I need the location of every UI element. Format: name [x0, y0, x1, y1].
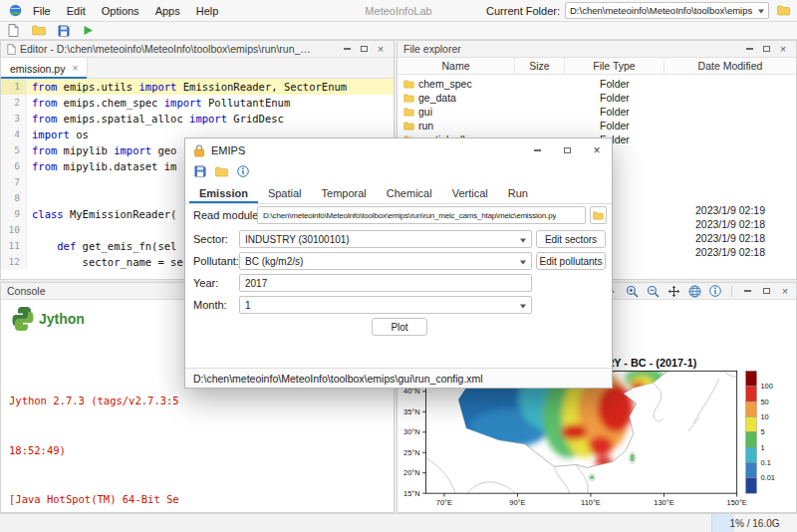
current-folder-select[interactable]: D:\chen\meteoinfo\MeteoInfo\toolbox\emip… — [565, 2, 769, 19]
zoom-in-icon[interactable] — [624, 284, 640, 299]
menu-edit[interactable]: Edit — [60, 3, 93, 19]
browse-folder-button[interactable] — [774, 2, 792, 19]
run-script-button[interactable] — [80, 23, 97, 38]
x-tick: 150°E — [727, 498, 747, 507]
open-config-icon[interactable] — [215, 166, 228, 179]
line-number: 2 — [1, 95, 27, 111]
config-path: D:\chen\meteoinfo\MeteoInfo\toolbox\emip… — [193, 373, 483, 385]
save-file-button[interactable] — [55, 23, 72, 38]
pollutant-select[interactable]: BC (kg/m2/s) — [239, 252, 532, 270]
column-date-modified[interactable]: Date Modified — [664, 58, 796, 74]
file-name: gui — [418, 106, 432, 118]
panel-close-icon[interactable]: × — [374, 42, 388, 56]
menu-help[interactable]: Help — [189, 3, 226, 19]
table-row[interactable]: gui Folder — [398, 105, 796, 119]
file-date: 2023/1/9 02:18 — [664, 246, 796, 258]
dialog-titlebar: EMIPS × — [185, 138, 612, 162]
console-title: Console — [7, 285, 46, 297]
code-line: 2from emips.chem_spec import PollutantEn… — [1, 95, 394, 111]
sector-select[interactable]: INDUSTRY (30100101) — [239, 230, 532, 248]
dialog-minimize-icon[interactable] — [522, 138, 552, 162]
table-row[interactable]: ge_data Folder — [398, 91, 796, 105]
open-file-button[interactable] — [30, 23, 47, 38]
dialog-close-icon[interactable]: × — [582, 138, 612, 162]
edit-pollutants-button[interactable]: Edit pollutants — [536, 252, 606, 270]
panel-minimize-icon[interactable] — [740, 284, 754, 298]
globe-icon[interactable] — [686, 284, 702, 299]
folder-icon — [403, 94, 414, 103]
zoom-out-icon[interactable] — [645, 284, 661, 299]
file-date: 2023/1/9 02:19 — [664, 204, 796, 216]
editor-tabbar: emission.py × — [1, 58, 394, 79]
line-number: 6 — [1, 158, 27, 174]
edit-sectors-button[interactable]: Edit sectors — [536, 230, 606, 248]
panel-float-icon[interactable] — [357, 42, 371, 56]
column-size[interactable]: Size — [515, 58, 565, 74]
line-number: 7 — [1, 174, 27, 190]
tab-emission-py[interactable]: emission.py × — [1, 58, 88, 79]
identify-icon[interactable] — [707, 284, 723, 299]
dialog-title: EMIPS — [211, 144, 245, 156]
panel-minimize-icon[interactable] — [742, 42, 756, 56]
folder-icon — [403, 108, 414, 117]
menu-apps[interactable]: Apps — [148, 3, 187, 19]
menu-file[interactable]: File — [26, 3, 58, 19]
save-config-icon[interactable] — [194, 165, 206, 179]
read-module-value: D:\chen\meteoinfo\MeteoInfo\toolbox\emip… — [263, 211, 556, 220]
pan-icon[interactable] — [665, 284, 681, 299]
line-number: 10 — [1, 222, 27, 238]
menu-options[interactable]: Options — [95, 3, 146, 19]
line-number: 8 — [1, 190, 27, 206]
column-name[interactable]: Name — [398, 58, 515, 74]
code-line: 1from emips.utils import EmissionReader,… — [1, 79, 394, 95]
tab-temporal[interactable]: Temporal — [312, 182, 377, 203]
x-tick: 90°E — [509, 498, 525, 507]
dropdown-arrow-icon — [520, 304, 526, 311]
tab-vertical[interactable]: Vertical — [442, 182, 498, 203]
tab-run[interactable]: Run — [498, 182, 538, 203]
new-script-button[interactable] — [5, 23, 22, 38]
dialog-statusbar: D:\chen\meteoinfo\MeteoInfo\toolbox\emip… — [185, 368, 612, 388]
tab-emission[interactable]: Emission — [189, 182, 258, 203]
year-label: Year: — [193, 274, 218, 292]
colorbar-label: 1 — [760, 443, 764, 452]
about-icon[interactable] — [237, 165, 249, 179]
jython-logo-text: Jython — [39, 311, 85, 327]
year-field[interactable]: 2017 — [239, 274, 532, 292]
file-name: chem_spec — [418, 78, 472, 90]
tab-spatial[interactable]: Spatial — [258, 182, 312, 203]
tab-close-icon[interactable]: × — [72, 63, 78, 74]
folder-icon — [403, 122, 414, 131]
line-number: 12 — [1, 254, 27, 270]
panel-close-icon[interactable]: × — [778, 284, 792, 298]
table-row[interactable]: chem_spec Folder — [398, 77, 796, 91]
browse-module-button[interactable] — [590, 206, 607, 224]
file-date: 2023/1/9 02:18 — [664, 232, 796, 244]
emips-dialog: EMIPS × Emission Spatial Temporal Chemic… — [184, 137, 613, 389]
emips-lock-icon — [193, 144, 205, 157]
file-type: Folder — [565, 78, 664, 90]
file-explorer-title: File explorer — [403, 43, 461, 55]
panel-float-icon[interactable] — [759, 284, 773, 298]
dialog-tabbar: Emission Spatial Temporal Chemical Verti… — [185, 182, 612, 204]
panel-close-icon[interactable]: × — [776, 42, 790, 56]
y-tick: 30°N — [403, 427, 420, 436]
window-title: MeteoInfoLab — [299, 5, 498, 17]
plot-button[interactable]: Plot — [372, 318, 427, 336]
tab-chemical[interactable]: Chemical — [377, 182, 442, 203]
y-tick: 25°N — [403, 448, 420, 457]
table-row[interactable]: run Folder — [398, 119, 796, 133]
column-file-type[interactable]: File Type — [565, 58, 664, 74]
sector-value: INDUSTRY (30100101) — [245, 234, 350, 245]
month-select[interactable]: 1 — [239, 296, 532, 314]
read-module-field[interactable]: D:\chen\meteoinfo\MeteoInfo\toolbox\emip… — [257, 206, 586, 224]
y-tick: 20°N — [403, 468, 420, 477]
panel-minimize-icon[interactable] — [340, 42, 354, 56]
month-value: 1 — [245, 300, 251, 311]
console-line: [Java HotSpot(TM) 64-Bit Se — [9, 491, 318, 508]
read-module-label: Read module: — [193, 206, 262, 224]
dialog-maximize-icon[interactable] — [552, 138, 582, 162]
code-text: from emips.utils import EmissionReader, … — [27, 79, 394, 95]
dialog-body: Read module: D:\chen\meteoinfo\MeteoInfo… — [185, 204, 612, 368]
panel-float-icon[interactable] — [759, 42, 773, 56]
